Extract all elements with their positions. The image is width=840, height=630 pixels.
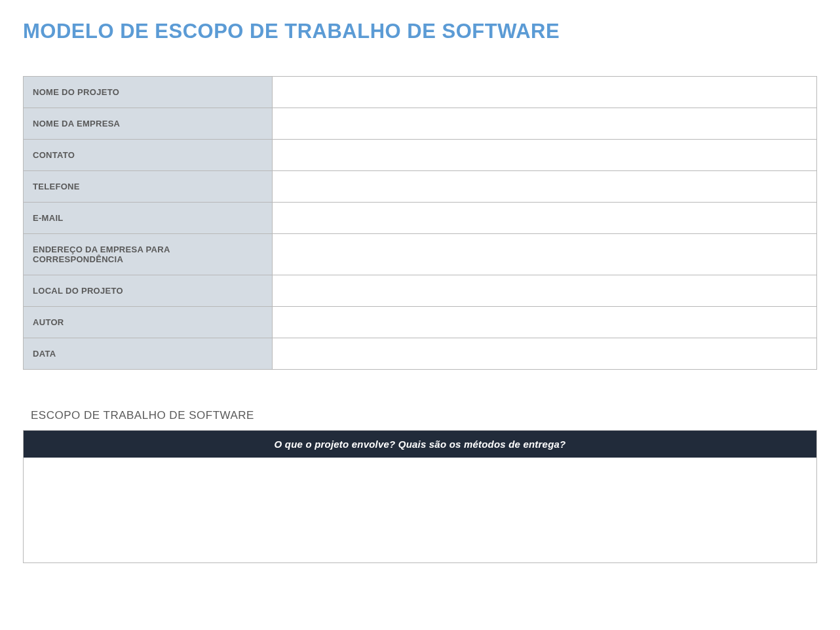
label-company-name: NOME DA EMPRESA	[24, 108, 273, 140]
scope-box: O que o projeto envolve? Quais são os mé…	[23, 430, 817, 563]
value-contact[interactable]	[273, 140, 817, 171]
value-phone[interactable]	[273, 171, 817, 203]
label-contact: CONTATO	[24, 140, 273, 171]
value-company-name[interactable]	[273, 108, 817, 140]
table-row: TELEFONE	[24, 171, 817, 203]
table-row: NOME DA EMPRESA	[24, 108, 817, 140]
value-email[interactable]	[273, 203, 817, 234]
label-date: DATA	[24, 338, 273, 370]
label-project-name: NOME DO PROJETO	[24, 77, 273, 108]
table-row: DATA	[24, 338, 817, 370]
value-project-name[interactable]	[273, 77, 817, 108]
label-phone: TELEFONE	[24, 171, 273, 203]
label-email: E-MAIL	[24, 203, 273, 234]
table-row: NOME DO PROJETO	[24, 77, 817, 108]
page-title: MODELO DE ESCOPO DE TRABALHO DE SOFTWARE	[23, 20, 817, 43]
scope-section-title: ESCOPO DE TRABALHO DE SOFTWARE	[31, 409, 817, 422]
scope-prompt-header: O que o projeto envolve? Quais são os mé…	[24, 431, 816, 458]
label-project-location: LOCAL DO PROJETO	[24, 275, 273, 307]
value-author[interactable]	[273, 307, 817, 338]
project-info-table: NOME DO PROJETO NOME DA EMPRESA CONTATO …	[23, 76, 817, 370]
label-author: AUTOR	[24, 307, 273, 338]
value-mailing-address[interactable]	[273, 234, 817, 275]
value-project-location[interactable]	[273, 275, 817, 307]
table-row: CONTATO	[24, 140, 817, 171]
table-row: ENDEREÇO DA EMPRESA PARA CORRESPONDÊNCIA	[24, 234, 817, 275]
value-date[interactable]	[273, 338, 817, 370]
table-row: AUTOR	[24, 307, 817, 338]
scope-content-area[interactable]	[24, 458, 816, 562]
table-row: LOCAL DO PROJETO	[24, 275, 817, 307]
label-mailing-address: ENDEREÇO DA EMPRESA PARA CORRESPONDÊNCIA	[24, 234, 273, 275]
table-row: E-MAIL	[24, 203, 817, 234]
